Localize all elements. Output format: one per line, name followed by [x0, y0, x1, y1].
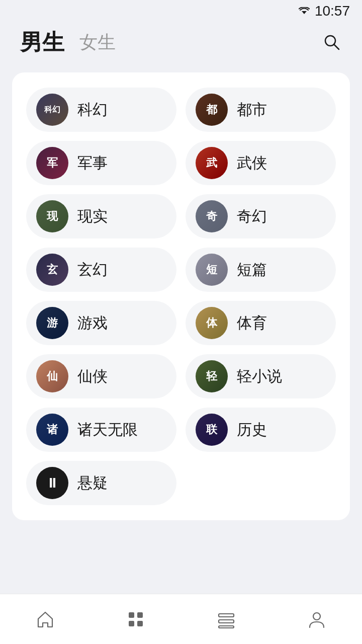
genre-grid: 科幻 科幻 都 都市 军 军事 武 武侠 现 现实 奇 奇幻 玄 玄幻 短 [26, 88, 336, 505]
genre-item-qxs[interactable]: 轻 轻小说 [186, 354, 336, 398]
genre-label-js: 军事 [77, 153, 108, 174]
svg-rect-7 [219, 614, 234, 617]
genre-item-xx[interactable]: 仙 仙侠 [26, 354, 176, 398]
svg-marker-0 [302, 11, 307, 14]
genre-label-wx: 武侠 [237, 153, 267, 174]
home-icon [34, 608, 56, 630]
apps-icon [125, 608, 147, 630]
genre-item-kh[interactable]: 科幻 科幻 [26, 88, 176, 132]
svg-rect-6 [137, 621, 143, 626]
genre-avatar-ztw: 诸 [36, 414, 68, 446]
wifi-icon [299, 7, 310, 15]
genre-avatar-ds: 都 [196, 94, 228, 126]
genre-avatar-qh: 奇 [196, 200, 228, 232]
nav-shelf[interactable] [205, 603, 247, 635]
status-bar: 10:57 [0, 0, 362, 22]
svg-rect-8 [219, 620, 234, 623]
search-button[interactable] [322, 32, 342, 52]
svg-rect-5 [129, 621, 134, 626]
nav-apps[interactable] [115, 603, 157, 635]
genre-item-yy[interactable]: ⏸ 悬疑 [26, 461, 176, 505]
genre-item-dp[interactable]: 短 短篇 [186, 248, 336, 292]
svg-point-10 [313, 613, 320, 620]
status-time: 10:57 [315, 3, 350, 19]
genre-item-js[interactable]: 军 军事 [26, 141, 176, 185]
genre-item-qh[interactable]: 奇 奇幻 [186, 194, 336, 238]
genre-item-ztw[interactable]: 诸 诸天无限 [26, 408, 176, 452]
tab-male[interactable]: 男生 [20, 28, 64, 57]
genre-avatar-yxg: 游 [36, 307, 68, 339]
shelf-icon [215, 608, 237, 630]
nav-profile[interactable] [296, 603, 338, 635]
genre-avatar-ty: 体 [196, 307, 228, 339]
svg-rect-9 [219, 626, 234, 628]
profile-icon [306, 608, 328, 630]
genre-item-yxg[interactable]: 游 游戏 [26, 301, 176, 345]
genre-label-xs: 现实 [77, 206, 108, 227]
genre-label-xh: 玄幻 [77, 260, 108, 280]
genre-label-ls: 历史 [237, 420, 267, 440]
genre-label-xx: 仙侠 [77, 366, 108, 387]
nav-home[interactable] [24, 603, 66, 635]
svg-line-2 [334, 44, 339, 49]
genre-avatar-yy: ⏸ [36, 467, 68, 499]
page-header: 男生 女生 [0, 22, 362, 62]
genre-avatar-ls: 联 [196, 414, 228, 446]
genre-label-yxg: 游戏 [77, 313, 108, 334]
tab-female[interactable]: 女生 [79, 30, 116, 55]
genre-item-xs[interactable]: 现 现实 [26, 194, 176, 238]
genre-label-ds: 都市 [237, 100, 267, 120]
genre-item-wx[interactable]: 武 武侠 [186, 141, 336, 185]
genre-avatar-qxs: 轻 [196, 360, 228, 392]
genre-label-qh: 奇幻 [237, 206, 267, 227]
genre-item-ds[interactable]: 都 都市 [186, 88, 336, 132]
svg-rect-3 [129, 612, 134, 618]
genre-avatar-wx: 武 [196, 147, 228, 179]
svg-rect-4 [137, 612, 143, 618]
genre-item-xh[interactable]: 玄 玄幻 [26, 248, 176, 292]
genre-avatar-xx: 仙 [36, 360, 68, 392]
genre-avatar-xs: 现 [36, 200, 68, 232]
genre-item-ty[interactable]: 体 体育 [186, 301, 336, 345]
genre-card: 科幻 科幻 都 都市 军 军事 武 武侠 现 现实 奇 奇幻 玄 玄幻 短 [12, 72, 350, 520]
genre-avatar-xh: 玄 [36, 254, 68, 286]
genre-avatar-kh: 科幻 [36, 94, 68, 126]
genre-label-dp: 短篇 [237, 260, 267, 280]
bottom-nav [0, 594, 362, 644]
genre-avatar-js: 军 [36, 147, 68, 179]
genre-label-qxs: 轻小说 [237, 366, 282, 387]
genre-label-ztw: 诸天无限 [77, 420, 138, 440]
genre-label-ty: 体育 [237, 313, 267, 334]
genre-item-ls[interactable]: 联 历史 [186, 408, 336, 452]
genre-avatar-dp: 短 [196, 254, 228, 286]
genre-label-kh: 科幻 [77, 100, 108, 120]
search-icon [322, 32, 342, 52]
genre-label-yy: 悬疑 [77, 473, 108, 494]
